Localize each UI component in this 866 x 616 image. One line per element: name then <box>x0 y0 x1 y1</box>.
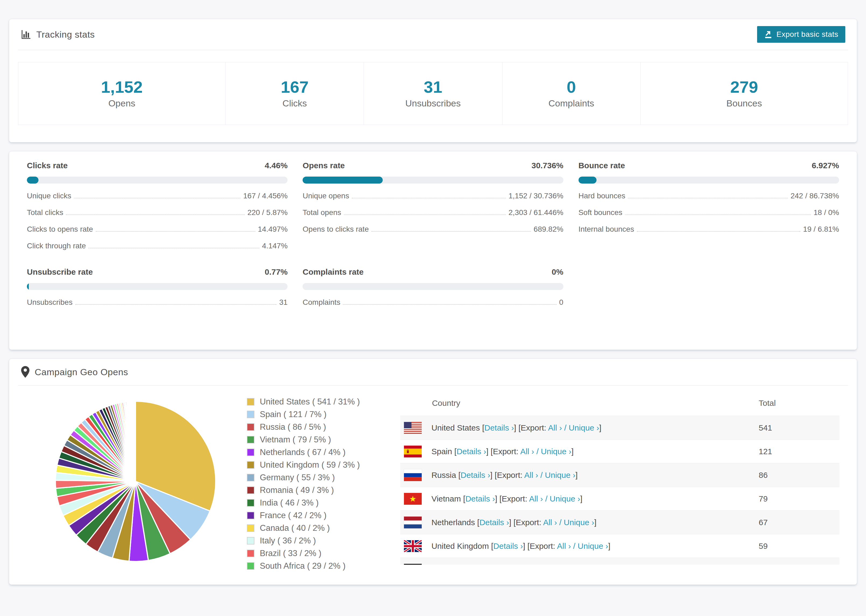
country-details-link[interactable]: Details › <box>461 471 490 479</box>
legend-swatch <box>247 550 254 557</box>
rate-progress-bar <box>27 177 288 184</box>
link-separator: / <box>538 471 545 479</box>
country-links-text: United States [Details ›] [Export: All ›… <box>431 423 601 432</box>
rate-detail-value: 220 / 5.87% <box>247 208 288 217</box>
total-column-header: Total <box>759 393 839 416</box>
rate-detail-label: Soft bounces <box>578 208 622 217</box>
rate-value: 0.77% <box>265 267 288 277</box>
export-prefix: ] [Export: <box>509 518 543 527</box>
legend-label: Romania ( 49 / 3% ) <box>260 486 334 495</box>
rate-detail-label: Total clicks <box>27 208 63 217</box>
stat-opens: 1,152Opens <box>18 62 226 125</box>
ru-flag-icon <box>404 469 422 481</box>
legend-swatch <box>247 486 254 494</box>
rate-detail-label: Unique opens <box>302 192 349 200</box>
country-export-unique-link[interactable]: Unique › <box>550 494 580 503</box>
country-details-link[interactable]: Details › <box>465 494 495 503</box>
stat-unsubscribes: 31Unsubscribes <box>364 62 502 125</box>
country-export-unique-link[interactable]: Unique › <box>564 518 594 527</box>
country-details-link[interactable]: Details › <box>493 542 523 550</box>
rate-detail-label: Hard bounces <box>578 192 625 200</box>
rate-detail-row-opens-to-clicks-rate: Opens to clicks rate689.82% <box>302 225 563 234</box>
dotted-leader <box>372 231 531 232</box>
legend-swatch <box>247 499 254 507</box>
country-details-link[interactable]: Details › <box>484 423 514 432</box>
country-export-all-link[interactable]: All › <box>557 542 571 550</box>
country-export-all-link[interactable]: All › <box>548 423 562 432</box>
stat-value: 1,152 <box>18 77 225 96</box>
country-export-unique-link[interactable]: Unique › <box>568 423 599 432</box>
nl-flag-icon <box>404 517 422 528</box>
rate-detail-label: Total opens <box>302 208 341 217</box>
dotted-leader <box>352 198 506 198</box>
country-export-unique-link[interactable]: Unique › <box>578 542 608 550</box>
stat-label: Complaints <box>502 98 640 108</box>
legend-label: Germany ( 55 / 3% ) <box>260 473 335 482</box>
legend-item-vietnam: Vietnam ( 79 / 5% ) <box>247 435 360 445</box>
legend-item-france: France ( 42 / 2% ) <box>247 511 360 520</box>
legend-label: Spain ( 121 / 7% ) <box>260 410 326 419</box>
rate-detail-row-complaints: Complaints0 <box>302 298 563 306</box>
rate-detail-value: 31 <box>279 298 288 306</box>
rate-detail-label: Click through rate <box>27 242 86 250</box>
dotted-leader <box>628 198 788 198</box>
country-cell: United States [Details ›] [Export: All ›… <box>404 422 759 434</box>
geo-opens-title-text: Campaign Geo Opens <box>35 367 128 377</box>
rate-detail-row-total-opens: Total opens2,303 / 61.446% <box>302 208 563 217</box>
dotted-leader <box>74 198 241 198</box>
gb-flag-icon <box>404 540 422 552</box>
legend-item-united-kingdom: United Kingdom ( 59 / 3% ) <box>247 460 360 470</box>
rate-head: Complaints rate0% <box>302 267 563 277</box>
rate-value: 6.927% <box>812 161 839 170</box>
bracket: [ <box>454 447 457 456</box>
country-export-all-link[interactable]: All › <box>524 471 538 479</box>
country-cell: United Kingdom [Details ›] [Export: All … <box>404 540 759 552</box>
rate-detail-label: Opens to clicks rate <box>302 225 369 234</box>
export-prefix: ] [Export: <box>490 471 524 479</box>
rate-progress-fill <box>27 177 38 184</box>
rate-block-clicks-rate: Clicks rate4.46%Unique clicks167 / 4.456… <box>27 161 288 250</box>
bracket: [ <box>458 471 460 479</box>
country-total-value: 86 <box>759 464 839 487</box>
legend-item-italy: Italy ( 36 / 2% ) <box>247 536 360 545</box>
rate-progress-bar <box>302 283 563 290</box>
table-row-netherlands: Netherlands [Details ›] [Export: All › /… <box>400 511 839 534</box>
bracket: ] <box>608 542 610 550</box>
country-cell: Russia [Details ›] [Export: All › / Uniq… <box>404 469 759 481</box>
country-total-value: 67 <box>759 511 839 534</box>
export-basic-stats-button[interactable]: Export basic stats <box>757 26 845 43</box>
rate-detail-label: Internal bounces <box>578 225 634 234</box>
country-name: United Kingdom <box>431 542 491 550</box>
country-export-all-link[interactable]: All › <box>529 494 543 503</box>
tracking-stats-header: Tracking stats Export basic stats <box>18 19 848 50</box>
stats-summary: 1,152Opens167Clicks31Unsubscribes0Compla… <box>9 50 857 142</box>
legend-swatch <box>247 474 254 481</box>
country-total-value: 121 <box>759 440 839 464</box>
tracking-stats-card: Tracking stats Export basic stats 1,152O… <box>9 19 857 143</box>
rate-detail-row-total-clicks: Total clicks220 / 5.87% <box>27 208 288 217</box>
country-cell: Spain [Details ›] [Export: All › / Uniqu… <box>404 446 759 457</box>
rates-card: Clicks rate4.46%Unique clicks167 / 4.456… <box>9 151 857 350</box>
legend-item-brazil: Brazil ( 33 / 2% ) <box>247 548 360 558</box>
country-details-link[interactable]: Details › <box>480 518 509 527</box>
rate-detail-value: 689.82% <box>534 225 564 234</box>
pie-slice-other-50[interactable] <box>135 401 135 481</box>
country-export-all-link[interactable]: All › <box>520 447 534 456</box>
link-separator: / <box>562 423 568 432</box>
rate-head: Clicks rate4.46% <box>27 161 288 170</box>
rate-detail-row-unique-clicks: Unique clicks167 / 4.456% <box>27 192 288 200</box>
table-row-united-kingdom: United Kingdom [Details ›] [Export: All … <box>400 534 839 558</box>
legend-swatch <box>247 512 254 519</box>
dashboard-page: Tracking stats Export basic stats 1,152O… <box>0 0 866 616</box>
legend-item-south-africa: South Africa ( 29 / 2% ) <box>247 561 360 571</box>
bracket: ] <box>575 471 578 479</box>
dotted-leader <box>75 304 277 305</box>
country-details-link[interactable]: Details › <box>457 447 486 456</box>
rate-progress-bar <box>578 177 839 184</box>
legend-swatch <box>247 537 254 545</box>
country-export-unique-link[interactable]: Unique › <box>545 471 575 479</box>
country-name: Vietnam <box>431 494 463 503</box>
legend-label: Canada ( 40 / 2% ) <box>260 523 330 533</box>
country-export-all-link[interactable]: All › <box>543 518 557 527</box>
country-export-unique-link[interactable]: Unique › <box>541 447 571 456</box>
